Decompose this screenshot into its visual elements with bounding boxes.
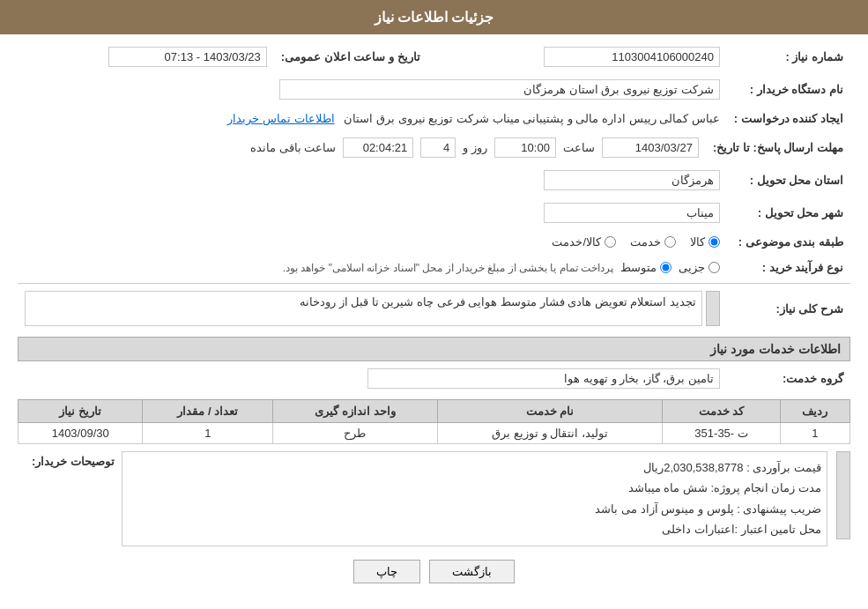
description-box: تجدید استعلام تعویض هادی فشار متوسط هوای… xyxy=(25,291,702,326)
announce-datetime-value: 1403/03/23 - 07:13 xyxy=(18,43,274,71)
requester-label: ایجاد کننده درخواست : xyxy=(727,108,850,129)
col-header-service-name: نام خدمت xyxy=(437,400,663,423)
buyer-org-value: شرکت توزیع نیروی برق استان هرمزگان xyxy=(18,76,727,103)
requester-text: عباس کمالی رییس اداره مالی و پشتیبانی می… xyxy=(344,112,719,125)
process-type-value: جزیی متوسط پرداخت تمام یا بخشی از مبلغ خ… xyxy=(18,257,727,278)
service-group-box: تامین برق، گاز، بخار و تهویه هوا xyxy=(367,368,720,389)
buyer-notes-box: قیمت برآوردی : 2,030,538,8778ریال مدت زم… xyxy=(122,451,827,546)
deadline-remaining-box: 02:04:21 xyxy=(343,137,413,158)
category-table: طبقه بندی موضوعی : کالا خدمت xyxy=(18,232,850,252)
page-header: جزئیات اطلاعات نیاز xyxy=(0,0,868,34)
category-khedmat-radio[interactable] xyxy=(664,236,676,248)
category-kala-label: کالا xyxy=(690,235,705,249)
row-service-code: ت -35-351 xyxy=(663,423,780,444)
service-group-label: گروه خدمت: xyxy=(727,365,850,392)
category-khedmat-label: خدمت xyxy=(630,235,661,249)
page-container: جزئیات اطلاعات نیاز شماره نیاز : 1103004… xyxy=(0,0,868,609)
deadline-time-label: ساعت xyxy=(563,141,595,154)
row-date: 1403/09/30 xyxy=(19,423,143,444)
process-motavasset-radio[interactable] xyxy=(660,262,671,273)
city-table: شهر محل تحویل : میناب xyxy=(18,199,850,227)
deadline-label: مهلت ارسال پاسخ: تا تاریخ: xyxy=(706,134,850,161)
announce-datetime-label: تاریخ و ساعت اعلان عمومی: xyxy=(274,43,427,71)
service-group-table: گروه خدمت: تامین برق، گاز، بخار و تهویه … xyxy=(18,365,850,392)
category-kala-item: کالا xyxy=(690,235,720,249)
process-type-table: نوع فرآیند خرید : جزیی متوسط پرداخت تمام… xyxy=(18,257,850,278)
category-khedmat-item: خدمت xyxy=(630,235,676,249)
category-kala-radio[interactable] xyxy=(708,236,720,248)
city-box: میناب xyxy=(544,203,720,223)
process-motavasset-item: متوسط xyxy=(620,261,671,274)
need-number-value: 1103004106000240 xyxy=(445,43,727,71)
deadline-row: 1403/03/27 ساعت 10:00 روز و 4 02:04:21 س… xyxy=(18,134,706,161)
deadline-time-box: 10:00 xyxy=(494,137,556,158)
col-header-service-code: کد خدمت xyxy=(663,400,780,423)
buyer-notes-section: قیمت برآوردی : 2,030,538,8778ریال مدت زم… xyxy=(18,451,850,546)
category-label: طبقه بندی موضوعی : xyxy=(727,232,850,252)
description-value: تجدید استعلام تعویض هادی فشار متوسط هوای… xyxy=(18,287,727,330)
main-content: شماره نیاز : 1103004106000240 تاریخ و سا… xyxy=(0,34,868,605)
row-service-name: تولید، انتقال و توزیع برق xyxy=(437,423,663,444)
province-value: هرمزگان xyxy=(18,167,727,194)
col-header-date: تاریخ نیاز xyxy=(19,400,143,423)
deadline-remaining-label: ساعت باقی مانده xyxy=(250,141,336,154)
city-label: شهر محل تحویل : xyxy=(727,199,850,227)
buyer-note-2: مدت زمان انجام پروژه: شش ماه میباشد xyxy=(128,478,821,498)
contact-link[interactable]: اطلاعات تماس خریدار xyxy=(227,112,334,125)
service-info-title: اطلاعات خدمات مورد نیاز xyxy=(18,337,850,361)
process-motavasset-label: متوسط xyxy=(620,261,657,274)
print-button[interactable]: چاپ xyxy=(353,560,420,583)
notes-scrollbar-track[interactable] xyxy=(836,451,850,539)
need-number-label: شماره نیاز : xyxy=(727,43,850,71)
page-title: جزئیات اطلاعات نیاز xyxy=(375,10,494,25)
description-label: شرح کلی نیاز: xyxy=(727,287,850,330)
announce-datetime-box: 1403/03/23 - 07:13 xyxy=(108,47,267,67)
row-unit: طرح xyxy=(273,423,437,444)
city-value: میناب xyxy=(18,199,727,227)
category-both-label: کالا/خدمت xyxy=(552,235,601,249)
category-both-radio[interactable] xyxy=(605,236,616,248)
col-header-quantity: تعداد / مقدار xyxy=(143,400,273,423)
process-note: پرداخت تمام یا بخشی از مبلغ خریدار از مح… xyxy=(283,262,613,274)
province-box: هرمزگان xyxy=(544,170,720,190)
buyer-note-3: ضریب پیشنهادی : پلوس و مینوس آزاد می باش… xyxy=(128,499,821,519)
footer-buttons: بازگشت چاپ xyxy=(18,546,850,597)
deadline-days-box: 4 xyxy=(420,137,456,158)
col-header-unit: واحد اندازه گیری xyxy=(273,400,437,423)
back-button[interactable]: بازگشت xyxy=(429,560,515,583)
requester-value: عباس کمالی رییس اداره مالی و پشتیبانی می… xyxy=(18,108,727,129)
scrollbar-left[interactable] xyxy=(706,291,720,326)
service-group-value: تامین برق، گاز، بخار و تهویه هوا xyxy=(18,365,727,392)
header-info-table: شماره نیاز : 1103004106000240 تاریخ و سا… xyxy=(18,43,850,71)
row-quantity: 1 xyxy=(143,423,273,444)
deadline-table: مهلت ارسال پاسخ: تا تاریخ: 1403/03/27 سا… xyxy=(18,134,850,161)
requester-table: ایجاد کننده درخواست : عباس کمالی رییس اد… xyxy=(18,108,850,129)
process-jozi-item: جزیی xyxy=(679,261,720,274)
service-table: ردیف کد خدمت نام خدمت واحد اندازه گیری ت… xyxy=(18,399,850,444)
category-options: کالا خدمت کالا/خدمت xyxy=(18,232,727,252)
deadline-days-label: روز و xyxy=(463,141,487,154)
buyer-org-box: شرکت توزیع نیروی برق استان هرمزگان xyxy=(279,79,720,100)
buyer-notes-label: توصیحات خریدار: xyxy=(18,451,115,468)
buyer-note-1: قیمت برآوردی : 2,030,538,8778ریال xyxy=(128,457,821,478)
category-both-item: کالا/خدمت xyxy=(552,235,616,249)
table-row: 1 ت -35-351 تولید، انتقال و توزیع برق طر… xyxy=(19,423,850,444)
deadline-date-box: 1403/03/27 xyxy=(602,137,699,158)
buyer-org-label: نام دستگاه خریدار : xyxy=(727,76,850,103)
need-number-box: 1103004106000240 xyxy=(544,47,720,67)
row-number: 1 xyxy=(780,423,849,444)
description-table: شرح کلی نیاز: تجدید استعلام تعویض هادی ف… xyxy=(18,287,850,330)
province-label: استان محل تحویل : xyxy=(727,167,850,194)
process-type-label: نوع فرآیند خرید : xyxy=(727,257,850,278)
buyer-note-4: محل تامین اعتبار :اعتبارات داخلی xyxy=(128,519,821,539)
col-header-row: ردیف xyxy=(780,400,849,423)
buyer-org-table: نام دستگاه خریدار : شرکت توزیع نیروی برق… xyxy=(18,76,850,103)
process-jozi-radio[interactable] xyxy=(708,262,720,273)
process-jozi-label: جزیی xyxy=(679,261,705,274)
province-table: استان محل تحویل : هرمزگان xyxy=(18,167,850,194)
notes-scrollbar xyxy=(835,451,850,539)
